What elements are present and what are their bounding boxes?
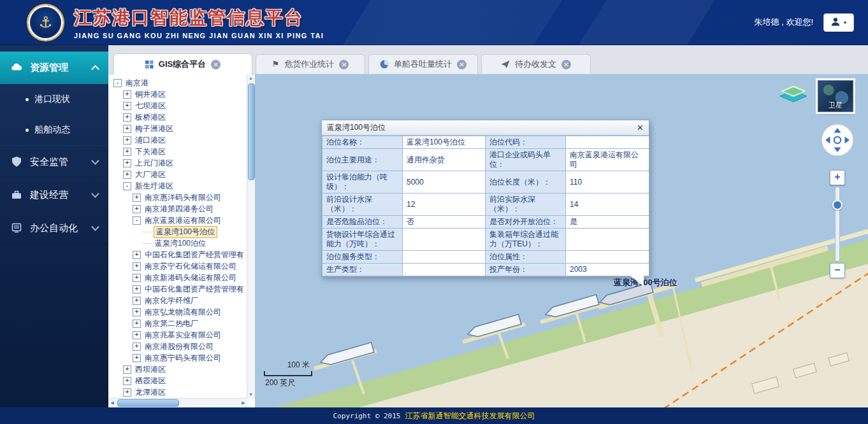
sidebar-item-office-automation[interactable]: 办公自动化 — [0, 211, 108, 244]
zoom-out-button[interactable]: − — [830, 263, 845, 278]
tree-item[interactable]: -南京港 — [111, 77, 247, 88]
map-pan-control[interactable] — [820, 123, 855, 157]
tab-ship-throughput-stats[interactable]: 单船吞吐量统计 ✕ — [368, 54, 478, 74]
tree-item-label[interactable]: 南京新港码头储运有限公司 — [143, 272, 238, 283]
tree-item-label[interactable]: 中国石化集团资产经营管理有 — [143, 284, 245, 295]
tree-item[interactable]: +南京弘龙物流有限公司 — [111, 306, 247, 318]
tree-item-label[interactable]: 铜井港区 — [134, 89, 167, 100]
scroll-down-icon[interactable]: ▼ — [247, 391, 254, 399]
tree-expand-icon[interactable]: + — [123, 171, 131, 179]
tree-item[interactable]: +西坝港区 — [111, 364, 247, 375]
tree-expand-icon[interactable]: + — [123, 159, 131, 167]
close-icon[interactable]: ✕ — [339, 60, 349, 69]
tree-expand-icon[interactable]: + — [123, 90, 131, 99]
tree-item[interactable]: +铜井港区 — [111, 88, 247, 100]
close-icon[interactable]: ✕ — [457, 60, 467, 69]
horizontal-scroll-thumb[interactable] — [117, 399, 179, 407]
tree-item-label[interactable]: 南京港 — [124, 78, 150, 88]
tree-item-label[interactable]: 西坝港区 — [134, 364, 167, 375]
tree-item-label[interactable]: 南京蓝泉港运有限公司 — [143, 215, 222, 226]
close-icon[interactable]: ✕ — [561, 60, 571, 69]
berth-map-label[interactable]: 蓝泉湾100号泊位 — [614, 277, 677, 288]
tree-item-label[interactable]: 南京兆基实业有限公司 — [143, 330, 222, 341]
tree-expand-icon[interactable]: + — [123, 136, 131, 145]
close-icon[interactable]: ✕ — [211, 60, 221, 69]
tree-item-label[interactable]: 南京苏宁石化储运有限公司 — [143, 261, 238, 272]
scroll-right-icon[interactable]: ▶ — [240, 399, 247, 407]
scroll-left-icon[interactable]: ◀ — [108, 399, 116, 407]
tree-expand-icon[interactable]: + — [133, 251, 141, 259]
tree-item-label[interactable]: 南京港股份有限公司 — [143, 341, 215, 352]
tree-item-label[interactable]: 南京港第四港务公司 — [143, 204, 215, 215]
sidebar-item-port-status[interactable]: 港口现状 — [0, 84, 108, 115]
zoom-slider[interactable] — [835, 187, 840, 262]
tree-item[interactable]: +南京港股份有限公司 — [111, 341, 247, 352]
tree-expand-icon[interactable]: + — [133, 297, 141, 305]
tree-item[interactable]: +南京惠洋码头有限公司 — [111, 192, 247, 203]
tree-item[interactable]: +南京苏宁石化储运有限公司 — [111, 260, 247, 272]
sidebar-item-construction-operation[interactable]: 建设经营 — [0, 178, 108, 211]
tree-item[interactable]: -南京蓝泉港运有限公司 — [111, 215, 247, 226]
tree-item[interactable]: +七坝港区 — [111, 100, 247, 111]
tree-item-label[interactable]: 南京惠宁码头有限公司 — [143, 353, 222, 364]
tree-item[interactable]: +南京新港码头储运有限公司 — [111, 272, 247, 283]
tree-item-label[interactable]: 下关港区 — [134, 146, 167, 157]
tree-collapse-icon[interactable]: - — [113, 79, 122, 87]
tree-item[interactable]: 蓝泉湾100号泊位 — [111, 226, 247, 237]
tree-expand-icon[interactable]: + — [133, 354, 141, 362]
tree-expand-icon[interactable]: + — [133, 194, 141, 202]
tree-item-label[interactable]: 新生圩港区 — [134, 181, 175, 192]
tree-item[interactable]: 蓝泉湾100泊位 — [111, 237, 247, 249]
tree-expand-icon[interactable]: + — [123, 102, 131, 110]
tree-item[interactable]: +栖霞港区 — [111, 375, 247, 386]
horizontal-scrollbar[interactable]: ◀ ▶ — [108, 398, 247, 407]
satellite-view-button[interactable]: 卫星 — [818, 80, 853, 112]
tree-item-label[interactable]: 蓝泉湾100泊位 — [154, 238, 207, 249]
tree-item[interactable]: +板桥港区 — [111, 111, 247, 123]
tab-dangerous-goods-stats[interactable]: ⚑ 危货作业统计 ✕ — [256, 54, 365, 74]
zoom-in-button[interactable]: + — [830, 170, 845, 185]
zoom-slider-knob[interactable] — [832, 200, 843, 210]
close-icon[interactable]: ✕ — [637, 124, 644, 132]
tree-expand-icon[interactable]: + — [133, 320, 141, 328]
tree-expand-icon[interactable]: + — [133, 274, 141, 282]
tree-item-label[interactable]: 中国石化集团资产经营管理有 — [143, 250, 245, 260]
tree-expand-icon[interactable]: + — [123, 125, 131, 133]
tree-item[interactable]: +南京第二热电厂 — [111, 318, 247, 329]
tree-item-label[interactable]: 南京化学纤维厂 — [143, 295, 199, 306]
tree-item-label[interactable]: 板桥港区 — [134, 112, 167, 123]
tree-item-label[interactable]: 上元门港区 — [134, 158, 175, 169]
sidebar-item-resource-management[interactable]: 资源管理 — [0, 52, 108, 84]
tree-item[interactable]: +南京港第四港务公司 — [111, 203, 247, 215]
tree-expand-icon[interactable]: + — [123, 365, 131, 374]
tree-expand-icon[interactable]: + — [123, 113, 131, 122]
gis-map[interactable]: 蓝泉湾100号泊位 蓝泉湾100号泊位 ✕ 泊位名称：蓝泉湾100号泊位泊位代码… — [256, 74, 868, 407]
tree-expand-icon[interactable]: + — [123, 148, 131, 156]
tree-item-label[interactable]: 栖霞港区 — [134, 376, 167, 386]
popup-header[interactable]: 蓝泉湾100号泊位 ✕ — [322, 120, 649, 136]
tree-item-label[interactable]: 南京惠洋码头有限公司 — [143, 192, 222, 203]
tree-item[interactable]: +南京兆基实业有限公司 — [111, 329, 247, 341]
tree-collapse-icon[interactable]: - — [123, 182, 131, 190]
map-layers-icon[interactable] — [778, 83, 809, 110]
tab-gis-platform[interactable]: GIS综合平台 ✕ — [113, 53, 252, 74]
tree-item-label[interactable]: 浦口港区 — [134, 135, 167, 146]
tree-item[interactable]: +南京惠宁码头有限公司 — [111, 352, 247, 364]
tree-expand-icon[interactable]: + — [133, 331, 141, 339]
tree-item[interactable]: +下关港区 — [111, 146, 247, 157]
tree-item[interactable]: +中国石化集团资产经营管理有 — [111, 283, 247, 295]
tree-item[interactable]: +浦口港区 — [111, 134, 247, 146]
sidebar-item-ship-dynamics[interactable]: 船舶动态 — [0, 115, 108, 145]
tree-item[interactable]: -新生圩港区 — [111, 180, 247, 192]
tree-expand-icon[interactable]: + — [123, 377, 131, 385]
tree-expand-icon[interactable]: + — [133, 285, 141, 293]
tree-collapse-icon[interactable]: - — [133, 216, 141, 225]
vertical-scrollbar[interactable]: ▲ ▼ — [247, 74, 255, 399]
tree-item[interactable]: +梅子洲港区 — [111, 123, 247, 134]
tab-pending-documents[interactable]: 待办收发文 ✕ — [481, 54, 591, 74]
tree-expand-icon[interactable]: + — [133, 343, 141, 351]
vertical-scroll-thumb[interactable] — [248, 83, 255, 180]
tree-item[interactable]: +上元门港区 — [111, 157, 247, 169]
tree-item-label-selected[interactable]: 蓝泉湾100号泊位 — [154, 226, 217, 238]
tree-item[interactable]: +南京化学纤维厂 — [111, 295, 247, 306]
